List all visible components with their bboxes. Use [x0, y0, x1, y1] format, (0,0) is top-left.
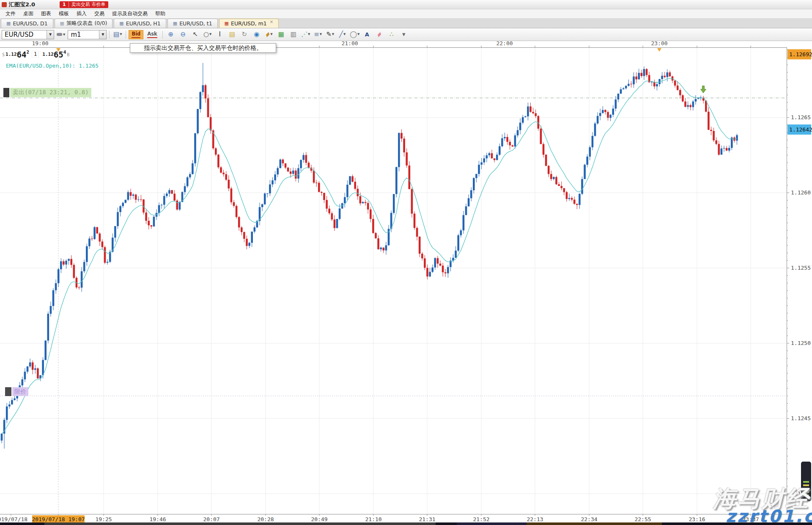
org-chart-button[interactable]: ∴: [386, 30, 397, 39]
chart-type-button[interactable]: ▤▼: [112, 30, 123, 39]
tab-eur-usd-h1[interactable]: ▦EUR/USD, H1: [114, 19, 166, 28]
position-marker-icon: [3, 88, 9, 97]
zoom-in-icon: ⊕: [168, 31, 173, 38]
chevron-down-icon[interactable]: ▼: [120, 33, 122, 36]
more-button[interactable]: ▾: [398, 30, 409, 39]
hlines-icon: ≡: [314, 31, 319, 38]
chevron-down-icon[interactable]: ▼: [332, 33, 334, 36]
time-marker-icon: [657, 48, 661, 52]
tool-icons-group: ⊕⊖↖○▼Ⅰ▤↻◉▰▼▦▥⋰▼≡▼✎▼╱▼◯▼A▰∴▾: [165, 30, 409, 39]
menu-item-0[interactable]: 文件: [2, 9, 19, 18]
bid-pip-digit: 2: [26, 49, 29, 55]
hlines-button[interactable]: ≡▼: [313, 30, 324, 39]
text-button[interactable]: A: [362, 30, 373, 39]
tab-close-icon[interactable]: ×: [270, 19, 273, 24]
crosshair-button[interactable]: Ⅰ: [214, 30, 225, 39]
svg-text:20:07: 20:07: [203, 516, 219, 522]
svg-text:1.1250: 1.1250: [791, 340, 811, 346]
calendar-button[interactable]: ▥: [288, 30, 299, 39]
image-button[interactable]: ▦: [276, 30, 287, 39]
magnifier-icon: ○: [203, 31, 209, 38]
order-badge-label: 卖出交易 市价单: [71, 1, 106, 8]
period-combo-arrow-icon[interactable]: ▼: [99, 30, 106, 39]
note-button[interactable]: ▤: [227, 30, 238, 39]
fib-lines-button[interactable]: ⋰▼: [300, 30, 311, 39]
chevron-down-icon[interactable]: ▼: [357, 33, 359, 36]
globe-button[interactable]: ◉: [251, 30, 262, 39]
tab-eur-usd-d1[interactable]: ▦EUR/USD, D1: [1, 19, 53, 28]
limit-marker-icon: [5, 387, 11, 396]
svg-text:22:55: 22:55: [634, 516, 651, 522]
svg-text:21:31: 21:31: [419, 516, 435, 522]
menu-item-2[interactable]: 图表: [37, 9, 55, 18]
tab--0-0-[interactable]: ▦策略仪表盘 (0/0): [55, 19, 113, 28]
ellipse-icon: ◯: [350, 31, 357, 38]
toolbar-separator: [109, 31, 110, 38]
tab-eur-usd-t1[interactable]: ▦EUR/USD, t1: [167, 19, 218, 28]
limit-order-label[interactable]: 限价: [5, 387, 28, 396]
bid-label: Bid: [132, 31, 140, 38]
ellipse-button[interactable]: ◯▼: [349, 30, 360, 39]
period-combo[interactable]: m1 ▼: [68, 30, 107, 39]
menu-item-3[interactable]: 模板: [55, 9, 73, 18]
menu-item-7[interactable]: 帮助: [151, 9, 169, 18]
ask-pip-digit: 4: [63, 49, 66, 55]
refresh-button[interactable]: ↻: [239, 30, 250, 39]
bid-button[interactable]: Bid: [129, 30, 143, 39]
sell-position-label[interactable]: 卖出(07/18 23:21, 0.8): [3, 88, 91, 97]
svg-text:20:28: 20:28: [257, 516, 274, 522]
chevron-down-icon[interactable]: ▼: [320, 33, 322, 36]
tab-label: EUR/USD, m1: [231, 20, 267, 27]
tooltip-text: 指示卖出交易开仓、买入交易平仓时的价格。: [144, 44, 262, 52]
dashboard-tab-icon: ▦: [60, 21, 64, 26]
ema-line: [2, 78, 737, 434]
bid-big-digits: 64: [17, 51, 27, 58]
refresh-icon: ↻: [241, 31, 247, 38]
ask-button[interactable]: Ask: [145, 30, 159, 39]
ruler-button[interactable]: ▰▼: [263, 30, 274, 39]
menu-bar: 文件桌面图表模板插入交易提示及自动交易帮助: [0, 9, 812, 18]
symbol-combo[interactable]: EUR/USD ▼: [2, 30, 54, 39]
calendar-icon: ▥: [291, 31, 296, 38]
svg-text:19:46: 19:46: [149, 516, 166, 522]
chevron-down-icon: ▼: [63, 33, 65, 36]
menu-item-5[interactable]: 交易: [91, 9, 108, 18]
tab-eur-usd-m1[interactable]: ▦EUR/USD, m1×: [219, 19, 279, 28]
menu-item-1[interactable]: 桌面: [19, 9, 37, 18]
chevron-down-icon[interactable]: ▼: [209, 33, 211, 36]
order-status-badge[interactable]: 1 卖出交易 市价单: [60, 1, 108, 8]
app-icon: [2, 2, 7, 7]
svg-text:2019/07/18: 2019/07/18: [0, 516, 27, 522]
symbol-list-button[interactable]: ▼: [55, 30, 66, 39]
cursor-icon: ↖: [192, 31, 198, 38]
chart-tab-icon: ▦: [173, 21, 177, 26]
symbol-combo-arrow-icon[interactable]: ▼: [47, 30, 54, 39]
eraser-button[interactable]: ▰: [374, 30, 385, 39]
svg-text:22:34: 22:34: [581, 516, 597, 522]
pencil-button[interactable]: ✎▼: [325, 30, 336, 39]
tab-label: EUR/USD, H1: [126, 20, 161, 27]
zoom-out-icon: ⊖: [180, 31, 186, 38]
text-icon: A: [365, 32, 369, 37]
chart-tab-icon: ▦: [6, 21, 11, 26]
magnifier-button[interactable]: ○▼: [202, 30, 213, 39]
zoom-in-button[interactable]: ⊕: [165, 30, 176, 39]
ask-prefix: 1.12: [42, 52, 54, 57]
toolbar-separator: [162, 31, 163, 38]
menu-item-4[interactable]: 插入: [73, 9, 91, 18]
svg-text:22:00: 22:00: [496, 41, 513, 46]
cursor-button[interactable]: ↖: [190, 30, 201, 39]
watermark-url: zzrt01.cn: [726, 506, 812, 525]
chart-svg[interactable]: 19:0021:0022:0023:002019/07/182019/07/18…: [0, 41, 812, 523]
menu-item-6[interactable]: 提示及自动交易: [108, 9, 151, 18]
grid-lines: [0, 47, 787, 514]
line-button[interactable]: ╱▼: [337, 30, 348, 39]
limit-order-text: 限价: [12, 387, 28, 396]
svg-text:22:13: 22:13: [527, 516, 543, 522]
chevron-down-icon[interactable]: ▼: [343, 33, 346, 36]
buy-tag: B: [67, 52, 69, 57]
svg-text:1.1265: 1.1265: [791, 114, 811, 120]
toolbar-separator: [126, 31, 126, 38]
zoom-out-button[interactable]: ⊖: [178, 30, 189, 39]
chevron-down-icon[interactable]: ▼: [308, 33, 310, 36]
